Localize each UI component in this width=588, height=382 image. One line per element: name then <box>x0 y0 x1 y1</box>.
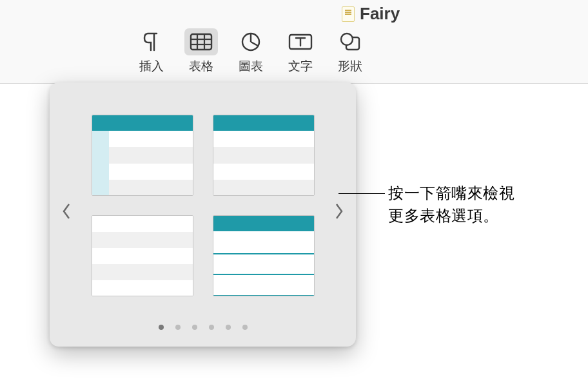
toolbar-buttons: 插入 表格 圖表 文字 形狀 <box>129 24 373 79</box>
insert-label: 插入 <box>139 58 164 75</box>
document-title-area: Fairy <box>342 0 400 24</box>
chart-button[interactable]: 圖表 <box>228 24 273 79</box>
callout-text: 按一下箭嘴來檢視 更多表格選項。 <box>388 182 514 227</box>
text-label: 文字 <box>288 58 313 75</box>
page-dot-3[interactable] <box>192 325 197 330</box>
table-label: 表格 <box>189 58 213 75</box>
table-styles-popover <box>50 82 356 347</box>
piechart-icon <box>234 28 268 55</box>
table-style-2[interactable] <box>213 115 315 196</box>
table-style-grid <box>92 115 314 296</box>
page-dot-6[interactable] <box>242 325 248 330</box>
shapes-icon <box>333 28 367 55</box>
svg-point-8 <box>341 33 353 45</box>
document-icon <box>342 6 355 22</box>
page-dot-4[interactable] <box>209 325 214 330</box>
table-style-1[interactable] <box>92 115 193 196</box>
callout-leader-line <box>338 193 385 194</box>
pilcrow-icon <box>135 28 168 55</box>
document-title: Fairy <box>360 4 400 24</box>
page-dot-2[interactable] <box>175 325 181 330</box>
table-button[interactable]: 表格 <box>179 24 224 79</box>
table-icon <box>184 28 218 55</box>
textbox-icon <box>284 28 317 55</box>
page-dots <box>50 325 356 330</box>
toolbar: Fairy 插入 表格 圖表 文字 <box>0 0 588 84</box>
svg-rect-0 <box>191 34 211 50</box>
callout-line-1: 按一下箭嘴來檢視 <box>388 184 514 202</box>
page-dot-5[interactable] <box>226 325 231 330</box>
callout-line-2: 更多表格選項。 <box>388 207 499 224</box>
shape-label: 形狀 <box>338 58 362 75</box>
chart-label: 圖表 <box>239 58 263 75</box>
text-button[interactable]: 文字 <box>278 24 323 79</box>
table-style-3[interactable] <box>92 215 193 296</box>
shape-button[interactable]: 形狀 <box>328 24 373 79</box>
insert-button[interactable]: 插入 <box>129 24 174 79</box>
previous-page-arrow[interactable] <box>54 198 79 224</box>
page-dot-1[interactable] <box>159 325 164 330</box>
next-page-arrow[interactable] <box>326 198 352 224</box>
table-style-4[interactable] <box>213 215 315 296</box>
